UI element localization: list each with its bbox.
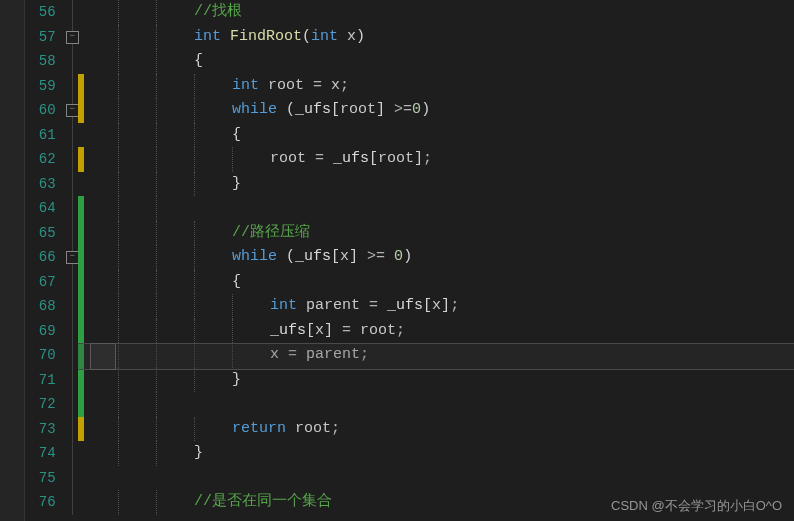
code-token: int (194, 28, 221, 45)
code-line[interactable]: //找根 (78, 0, 794, 25)
code-token: //是否在同一个集合 (194, 493, 332, 510)
indent-guide (156, 49, 158, 74)
gutter-row: 72 (0, 392, 78, 417)
code-line[interactable]: int root = x; (78, 74, 794, 99)
code-line[interactable]: while (_ufs[x] >= 0) (78, 245, 794, 270)
fold-area (64, 172, 78, 197)
code-line[interactable]: _ufs[x] = root; (78, 319, 794, 344)
indent-guide (118, 98, 120, 123)
fold-area (64, 123, 78, 148)
code-line[interactable]: root = _ufs[root]; (78, 147, 794, 172)
code-token: FindRoot (230, 28, 302, 45)
indent-guide (156, 441, 158, 466)
code-token: = (279, 346, 306, 363)
code-token: ) (421, 101, 430, 118)
code-token: ) (356, 28, 365, 45)
code-token: [ (331, 101, 340, 118)
code-line[interactable]: { (78, 49, 794, 74)
indent-guide (156, 368, 158, 393)
indent-guide (194, 417, 196, 442)
code-token: //路径压缩 (232, 224, 310, 241)
indent-guide (194, 245, 196, 270)
indent-guide (118, 343, 120, 368)
fold-collapse-icon[interactable]: − (66, 104, 79, 117)
code-token: ( (277, 248, 295, 265)
line-number: 75 (0, 466, 64, 491)
code-token: [ (423, 297, 432, 314)
code-token (259, 77, 268, 94)
indent-guide (118, 221, 120, 246)
indent-guide (118, 74, 120, 99)
code-token: int (270, 297, 297, 314)
gutter-row: 57− (0, 25, 78, 50)
code-token: ] (349, 248, 358, 265)
fold-area (64, 221, 78, 246)
line-number: 56 (0, 0, 64, 25)
line-number: 60 (0, 98, 64, 123)
code-line[interactable]: } (78, 368, 794, 393)
line-number: 64 (0, 196, 64, 221)
indent-guide (232, 319, 234, 344)
code-token: int (232, 77, 259, 94)
line-number: 61 (0, 123, 64, 148)
line-number: 71 (0, 368, 64, 393)
gutter-row: 56 (0, 0, 78, 25)
code-line[interactable]: x = parent; (78, 343, 794, 368)
code-token: ( (302, 28, 311, 45)
code-line[interactable] (78, 392, 794, 417)
line-number: 57 (0, 25, 64, 50)
code-token: _ufs (387, 297, 423, 314)
line-number: 76 (0, 490, 64, 515)
indent-guide (194, 74, 196, 99)
code-line[interactable]: int FindRoot(int x) (78, 25, 794, 50)
indent-guide (156, 147, 158, 172)
code-line[interactable]: //路径压缩 (78, 221, 794, 246)
code-line[interactable] (78, 466, 794, 491)
indent-guide (194, 319, 196, 344)
fold-collapse-icon[interactable]: − (66, 31, 79, 44)
code-line[interactable]: while (_ufs[root] >=0) (78, 98, 794, 123)
fold-area: − (64, 98, 78, 123)
code-token: x (432, 297, 441, 314)
indent-guide (118, 368, 120, 393)
gutter-row: 60− (0, 98, 78, 123)
code-token: ) (403, 248, 412, 265)
code-token (286, 420, 295, 437)
code-area[interactable]: //找根int FindRoot(int x){int root = x;whi… (78, 0, 794, 521)
indent-guide (118, 0, 120, 25)
code-editor[interactable]: 5657−585960−616263646566−676869707172737… (0, 0, 794, 521)
code-line[interactable] (78, 196, 794, 221)
code-token: root (360, 322, 396, 339)
code-line[interactable]: } (78, 441, 794, 466)
indent-guide (156, 221, 158, 246)
indent-guide (118, 441, 120, 466)
code-token (221, 28, 230, 45)
gutter-row: 65 (0, 221, 78, 246)
code-token: ; (340, 77, 349, 94)
fold-collapse-icon[interactable]: − (66, 251, 79, 264)
fold-area (64, 368, 78, 393)
indent-guide (118, 172, 120, 197)
indent-guide (156, 0, 158, 25)
code-line[interactable]: } (78, 172, 794, 197)
code-line[interactable]: return root; (78, 417, 794, 442)
code-token: x (347, 28, 356, 45)
code-line[interactable]: { (78, 123, 794, 148)
indent-guide (156, 392, 158, 417)
code-token: { (232, 126, 241, 143)
code-token: ; (331, 420, 340, 437)
code-token: { (232, 273, 241, 290)
fold-area: − (64, 245, 78, 270)
gutter-row: 73 (0, 417, 78, 442)
gutter-row: 75 (0, 466, 78, 491)
fold-area (64, 147, 78, 172)
indent-guide (118, 392, 120, 417)
code-token: _ufs (295, 248, 331, 265)
code-line[interactable]: { (78, 270, 794, 295)
code-token: >= (385, 101, 412, 118)
line-number: 58 (0, 49, 64, 74)
code-line[interactable]: int parent = _ufs[x]; (78, 294, 794, 319)
indent-guide (194, 294, 196, 319)
gutter-row: 68 (0, 294, 78, 319)
code-token (338, 28, 347, 45)
